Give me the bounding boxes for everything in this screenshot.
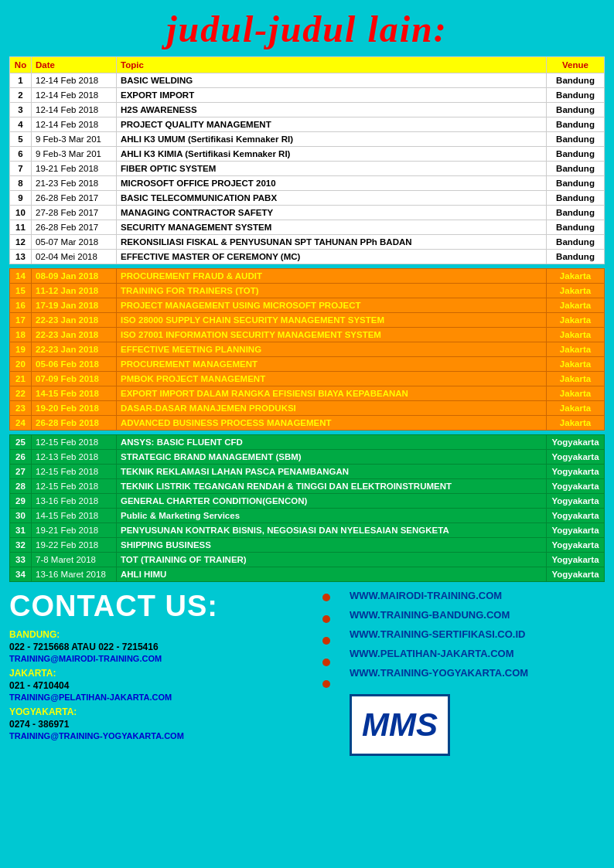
bullet-dot xyxy=(322,637,330,645)
contact-yogya-phone: 0274 - 386971 xyxy=(9,719,311,730)
contact-left: CONTACT US: BANDUNG: 022 - 7215668 ATAU … xyxy=(9,590,319,756)
table-row: 16 17-19 Jan 2018 PROJECT MANAGEMENT USI… xyxy=(10,298,605,313)
bullet-dot xyxy=(322,680,330,688)
page: judul-judul lain: No Date Topic Venue 1 … xyxy=(0,0,614,868)
row-date: 12-14 Feb 2018 xyxy=(32,73,117,88)
table-row: 20 05-06 Feb 2018 PROCUREMENT MANAGEMENT… xyxy=(10,357,605,372)
row-date: 12-15 Feb 2018 xyxy=(32,435,117,450)
row-no: 31 xyxy=(10,523,32,538)
table-row: 26 12-13 Feb 2018 STRATEGIC BRAND MANAGE… xyxy=(10,450,605,465)
row-date: 19-21 Feb 2018 xyxy=(32,162,117,176)
row-no: 2 xyxy=(10,88,32,103)
row-no: 5 xyxy=(10,132,32,147)
contact-right: WWW.MAIRODI-TRAINING.COMWWW.TRAINING-BAN… xyxy=(319,590,605,756)
row-topic: ANSYS: BASIC FLUENT CFD xyxy=(117,435,547,450)
bullet-dot xyxy=(322,659,330,666)
row-no: 18 xyxy=(10,328,32,342)
row-no: 29 xyxy=(10,494,32,509)
row-venue: Jakarta xyxy=(547,372,605,386)
row-no: 17 xyxy=(10,313,32,328)
row-topic: GENERAL CHARTER CONDITION(GENCON) xyxy=(117,494,547,509)
row-date: 12-14 Feb 2018 xyxy=(32,103,117,117)
bullet-dot xyxy=(322,594,330,601)
table-row: 21 07-09 Feb 2018 PMBOK PROJECT MANAGEME… xyxy=(10,372,605,386)
row-date: 12-15 Feb 2018 xyxy=(32,479,117,494)
row-date: 26-28 Feb 2017 xyxy=(32,191,117,206)
table-row: 23 19-20 Feb 2018 DASAR-DASAR MANAJEMEN … xyxy=(10,401,605,416)
row-no: 10 xyxy=(10,206,32,220)
row-no: 24 xyxy=(10,416,32,431)
row-venue: Yogyakarta xyxy=(547,509,605,523)
row-no: 28 xyxy=(10,479,32,494)
training-table: No Date Topic Venue 1 12-14 Feb 2018 BAS… xyxy=(9,56,605,582)
row-topic: STRATEGIC BRAND MANAGEMENT (SBM) xyxy=(117,450,547,465)
row-topic: AHLI K3 KIMIA (Sertifikasi Kemnaker RI) xyxy=(117,147,547,162)
dots-column xyxy=(322,590,330,688)
table-row: 34 13-16 Maret 2018 AHLI HIMU Yogyakarta xyxy=(10,567,605,582)
row-date: 07-09 Feb 2018 xyxy=(32,372,117,386)
table-row: 17 22-23 Jan 2018 ISO 28000 SUPPLY CHAIN… xyxy=(10,313,605,328)
table-row: 1 12-14 Feb 2018 BASIC WELDING Bandung xyxy=(10,73,605,88)
table-row: 3 12-14 Feb 2018 H2S AWARENESS Bandung xyxy=(10,103,605,117)
row-date: 19-22 Feb 2018 xyxy=(32,538,117,553)
row-topic: TEKNIK LISTRIK TEGANGAN RENDAH & TINGGI … xyxy=(117,479,547,494)
row-date: 17-19 Jan 2018 xyxy=(32,298,117,313)
row-venue: Jakarta xyxy=(547,313,605,328)
row-no: 23 xyxy=(10,401,32,416)
row-date: 12-13 Feb 2018 xyxy=(32,450,117,465)
row-no: 1 xyxy=(10,73,32,88)
row-no: 3 xyxy=(10,103,32,117)
row-topic: ISO 28000 SUPPLY CHAIN SECURITY MANAGEME… xyxy=(117,313,547,328)
table-row: 18 22-23 Jan 2018 ISO 27001 INFORMATION … xyxy=(10,328,605,342)
row-venue: Jakarta xyxy=(547,298,605,313)
contact-bandung-phone: 022 - 7215668 ATAU 022 - 7215416 xyxy=(9,642,311,652)
row-topic: BASIC WELDING xyxy=(117,73,547,88)
row-venue: Jakarta xyxy=(547,328,605,342)
row-venue: Yogyakarta xyxy=(547,479,605,494)
row-topic: TEKNIK REKLAMASI LAHAN PASCA PENAMBANGAN xyxy=(117,465,547,479)
row-topic: SECURITY MANAGEMENT SYSTEM xyxy=(117,220,547,235)
row-venue: Yogyakarta xyxy=(547,465,605,479)
table-row: 12 05-07 Mar 2018 REKONSILIASI FISKAL & … xyxy=(10,235,605,250)
row-topic: ADVANCED BUSINESS PROCESS MANAGEMENT xyxy=(117,416,547,431)
row-venue: Bandung xyxy=(547,250,605,264)
bullet-dot xyxy=(322,615,330,623)
header-venue: Venue xyxy=(547,57,605,73)
row-date: 12-15 Feb 2018 xyxy=(32,465,117,479)
website-link: WWW.MAIRODI-TRAINING.COM xyxy=(350,590,528,601)
row-venue: Jakarta xyxy=(547,357,605,372)
row-venue: Yogyakarta xyxy=(547,553,605,567)
row-topic: AHLI K3 UMUM (Sertifikasi Kemnaker RI) xyxy=(117,132,547,147)
row-topic: H2S AWARENESS xyxy=(117,103,547,117)
row-topic: TOT (TRAINING OF TRAINER) xyxy=(117,553,547,567)
row-date: 08-09 Jan 2018 xyxy=(32,269,117,284)
row-topic: BASIC TELECOMMUNICATION PABX xyxy=(117,191,547,206)
row-no: 25 xyxy=(10,435,32,450)
row-no: 11 xyxy=(10,220,32,235)
contact-bandung-email: TRAINING@MAIRODI-TRAINING.COM xyxy=(9,654,311,663)
row-topic: MANAGING CONTRACTOR SAFETY xyxy=(117,206,547,220)
table-row: 5 9 Feb-3 Mar 201 AHLI K3 UMUM (Sertifik… xyxy=(10,132,605,147)
row-date: 11-12 Jan 2018 xyxy=(32,284,117,298)
row-no: 16 xyxy=(10,298,32,313)
row-topic: PENYUSUNAN KONTRAK BISNIS, NEGOSIASI DAN… xyxy=(117,523,547,538)
table-row: 28 12-15 Feb 2018 TEKNIK LISTRIK TEGANGA… xyxy=(10,479,605,494)
website-link: WWW.TRAINING-BANDUNG.COM xyxy=(350,609,528,621)
main-title: judul-judul lain: xyxy=(9,8,605,50)
row-topic: SHIPPING BUSINESS xyxy=(117,538,547,553)
row-venue: Jakarta xyxy=(547,284,605,298)
row-date: 13-16 Feb 2018 xyxy=(32,494,117,509)
row-venue: Jakarta xyxy=(547,269,605,284)
row-venue: Yogyakarta xyxy=(547,450,605,465)
row-no: 15 xyxy=(10,284,32,298)
table-row: 19 22-23 Jan 2018 EFFECTIVE MEETING PLAN… xyxy=(10,342,605,357)
contact-jakarta-phone: 021 - 4710404 xyxy=(9,680,311,691)
table-row: 22 14-15 Feb 2018 EXPORT IMPORT DALAM RA… xyxy=(10,386,605,401)
row-topic: Public & Marketing Services xyxy=(117,509,547,523)
row-no: 34 xyxy=(10,567,32,582)
table-row: 9 26-28 Feb 2017 BASIC TELECOMMUNICATION… xyxy=(10,191,605,206)
row-topic: MICROSOFT OFFICE PROJECT 2010 xyxy=(117,176,547,191)
row-no: 12 xyxy=(10,235,32,250)
row-no: 9 xyxy=(10,191,32,206)
row-topic: PROJECT MANAGEMENT USING MICROSOFT PROJE… xyxy=(117,298,547,313)
